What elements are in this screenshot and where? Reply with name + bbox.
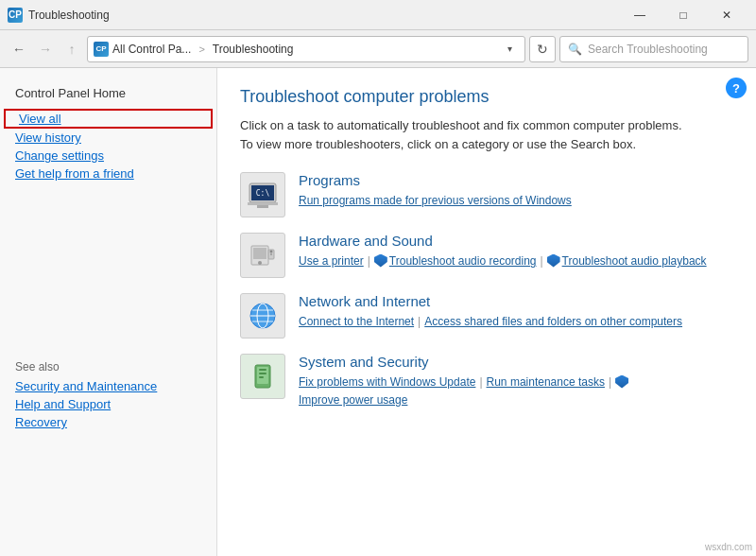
up-button[interactable]: ↑	[60, 38, 83, 61]
address-input[interactable]: CP All Control Pa... > Troubleshooting ▾	[87, 36, 525, 62]
svg-text:C:\: C:\	[256, 189, 270, 198]
network-icon	[240, 293, 285, 339]
sidebar-item-view-history[interactable]: View history	[0, 129, 216, 147]
programs-icon: C:\	[240, 172, 285, 217]
back-button[interactable]: ←	[8, 38, 30, 61]
sidebar: Control Panel Home View all View history…	[0, 68, 217, 556]
help-button[interactable]: ?	[726, 78, 747, 98]
minimize-button[interactable]: —	[618, 0, 662, 30]
maximize-button[interactable]: □	[662, 0, 705, 30]
system-title[interactable]: System and Security	[299, 354, 733, 370]
main-content: Control Panel Home View all View history…	[0, 68, 756, 556]
window-controls: — □ ✕	[618, 0, 748, 30]
refresh-button[interactable]: ↻	[529, 36, 556, 62]
svg-rect-2	[248, 202, 278, 205]
sidebar-item-view-all[interactable]: View all	[4, 109, 213, 129]
app-icon-label: CP	[9, 9, 22, 20]
address-current: Troubleshooting	[213, 43, 294, 56]
programs-title[interactable]: Programs	[299, 172, 733, 188]
programs-subtitle[interactable]: Run programs made for previous versions …	[299, 192, 572, 210]
network-info: Network and Internet Connect to the Inte…	[299, 293, 733, 331]
page-title: Troubleshoot computer problems	[240, 87, 733, 107]
hardware-link-audio-rec[interactable]: Troubleshoot audio recording	[389, 252, 537, 270]
sidebar-item-get-help[interactable]: Get help from a friend	[0, 165, 216, 182]
sidebar-item-security[interactable]: Security and Maintenance	[0, 377, 216, 395]
search-box[interactable]: 🔍 Search Troubleshooting	[559, 36, 748, 62]
search-placeholder: Search Troubleshooting	[588, 43, 708, 56]
svg-rect-19	[259, 373, 266, 374]
category-system: System and Security Fix problems with Wi…	[240, 354, 733, 409]
see-also-label: See also	[0, 353, 216, 377]
svg-point-10	[270, 253, 272, 255]
system-link-power[interactable]: Improve power usage	[299, 391, 407, 409]
address-path-short: All Control Pa...	[112, 43, 191, 56]
address-bar: ← → ↑ CP All Control Pa... > Troubleshoo…	[0, 30, 756, 68]
right-panel: ? Troubleshoot computer problems Click o…	[217, 68, 756, 556]
sidebar-home: Control Panel Home	[0, 83, 216, 103]
title-bar: CP Troubleshooting — □ ✕	[0, 0, 756, 30]
system-link-windows-update[interactable]: Fix problems with Windows Update	[299, 374, 475, 391]
network-link-connect[interactable]: Connect to the Internet	[299, 313, 414, 331]
svg-rect-20	[259, 376, 264, 378]
system-link-maintenance[interactable]: Run maintenance tasks	[487, 374, 605, 391]
address-icon: CP	[94, 42, 109, 57]
hardware-icon	[240, 233, 285, 278]
programs-links: Run programs made for previous versions …	[299, 192, 733, 210]
svg-rect-18	[259, 369, 266, 371]
category-list: C:\ Programs Run programs made for previ…	[240, 172, 733, 409]
address-dropdown-button[interactable]: ▾	[500, 37, 519, 61]
network-title[interactable]: Network and Internet	[299, 293, 733, 309]
page-description: Click on a task to automatically trouble…	[240, 116, 694, 153]
programs-info: Programs Run programs made for previous …	[299, 172, 733, 210]
watermark: wsxdn.com	[705, 542, 752, 552]
shield-icon-audio-rec	[374, 254, 387, 268]
sidebar-item-help[interactable]: Help and Support	[0, 395, 216, 413]
hardware-link-audio-play[interactable]: Troubleshoot audio playback	[562, 252, 707, 270]
system-info: System and Security Fix problems with Wi…	[299, 354, 733, 409]
network-link-shared[interactable]: Access shared files and folders on other…	[424, 313, 682, 331]
search-icon: 🔍	[568, 43, 582, 56]
shield-icon-power	[615, 375, 628, 389]
close-button[interactable]: ✕	[705, 0, 748, 30]
hardware-links: Use a printer | Troubleshoot audio recor…	[299, 252, 733, 270]
window-title: Troubleshooting	[28, 9, 612, 22]
svg-point-7	[258, 261, 262, 265]
hardware-info: Hardware and Sound Use a printer | Troub…	[299, 233, 733, 270]
category-network: Network and Internet Connect to the Inte…	[240, 293, 733, 339]
category-programs: C:\ Programs Run programs made for previ…	[240, 172, 733, 217]
forward-button[interactable]: →	[34, 38, 57, 61]
sidebar-item-change-settings[interactable]: Change settings	[0, 147, 216, 165]
hardware-title[interactable]: Hardware and Sound	[299, 233, 733, 249]
shield-icon-audio-play	[547, 254, 560, 268]
svg-rect-6	[253, 248, 266, 259]
address-separator: >	[198, 43, 204, 55]
hardware-link-printer[interactable]: Use a printer	[299, 252, 364, 270]
svg-rect-3	[257, 205, 268, 208]
system-icon	[240, 354, 285, 399]
category-hardware: Hardware and Sound Use a printer | Troub…	[240, 233, 733, 278]
network-links: Connect to the Internet | Access shared …	[299, 313, 733, 331]
svg-point-9	[270, 251, 273, 253]
app-icon: CP	[8, 8, 23, 23]
sidebar-item-recovery[interactable]: Recovery	[0, 413, 216, 431]
system-links: Fix problems with Windows Update | Run m…	[299, 374, 733, 409]
